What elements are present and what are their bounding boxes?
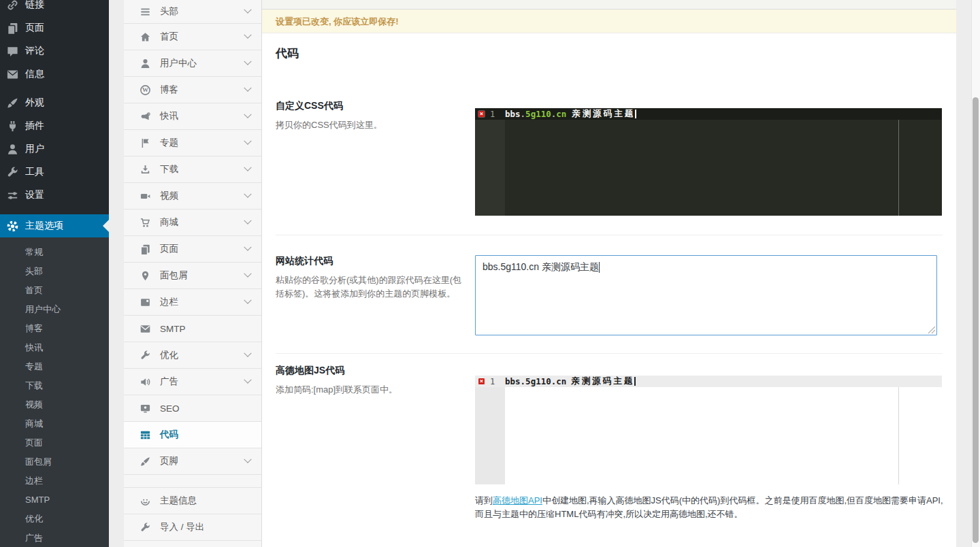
options-nav-item-home[interactable]: 首页 (124, 24, 261, 50)
code-token: 亲测源码主题 (572, 108, 635, 120)
code-line: bbs.5g110.cn亲测源码主题 (505, 108, 636, 120)
help-text: 请到 (475, 495, 493, 505)
options-nav-item-download[interactable]: 下载 (124, 156, 261, 183)
options-nav-item-footer[interactable]: 页脚 (124, 448, 261, 475)
plug-icon (6, 120, 19, 133)
field-description: 拷贝你的CSS代码到这里。 (276, 118, 464, 132)
sidebar-item-plugins[interactable]: 插件 (0, 114, 109, 137)
submenu-item-home[interactable]: 首页 (0, 281, 109, 300)
flag-icon (140, 137, 151, 149)
text-cursor (635, 110, 636, 118)
chevron-down-icon (244, 111, 251, 118)
options-nav-item-blog[interactable]: W 博客 (124, 77, 261, 103)
chevron-down-icon (244, 244, 251, 251)
scrollbar-track[interactable] (971, 0, 980, 547)
sidebar-item-comments[interactable]: 评论 (0, 39, 109, 63)
options-nav-item-news[interactable]: 快讯 (124, 103, 261, 130)
user-icon (6, 143, 19, 156)
help-text: 中创建地图,再输入高德地图JS代码(中的代码)到代码框。之前是使用百度地图,但百… (475, 495, 943, 519)
options-nav-item-optimize[interactable]: 优化 (124, 342, 261, 369)
section-stats-code: 网站统计代码 粘贴你的谷歌分析(或其他)的跟踪代码在这里(包括标签)。这将被添加… (276, 235, 943, 354)
code-token: 5g110 (525, 109, 551, 119)
submenu-item-ads[interactable]: 广告 (0, 529, 109, 547)
submenu-item-smtp[interactable]: SMTP (0, 491, 109, 510)
chevron-down-icon (244, 84, 251, 92)
sidebar-item-appearance[interactable]: 外观 (0, 91, 109, 114)
sidebar-item-label: 插件 (25, 120, 44, 132)
header-strip (262, 0, 956, 10)
submenu-item-user-center[interactable]: 用户中心 (0, 300, 109, 319)
code-line: bbs.5g110.cn亲测源码主题 (505, 376, 636, 387)
error-marker-icon: × (478, 110, 485, 118)
options-nav-item-pages[interactable]: 页面 (124, 236, 261, 263)
sidebar-item-label: 页面 (25, 22, 44, 34)
options-nav-item-breadcrumb[interactable]: 面包屑 (124, 263, 261, 289)
submenu-item-header[interactable]: 头部 (0, 262, 109, 281)
submenu-item-breadcrumb[interactable]: 面包屑 (0, 452, 109, 471)
options-nav-label: 视频 (160, 190, 245, 202)
amap-api-link[interactable]: 高德地图API (493, 495, 542, 505)
map-code-editor[interactable]: × 1 bbs.5g110.cn亲测源码主题 (475, 376, 942, 484)
sidebar-item-users[interactable]: 用户 (0, 137, 109, 161)
submenu-item-optimize[interactable]: 优化 (0, 510, 109, 529)
options-nav-item-shop[interactable]: 商城 (124, 210, 261, 236)
options-nav-item-user-center[interactable]: 用户中心 (124, 50, 261, 77)
sidebar-item-links[interactable]: 链接 (0, 0, 109, 16)
sidebar-item-messages[interactable]: 信息 (0, 63, 109, 86)
options-nav-item-theme-info[interactable]: 主题信息 (124, 488, 261, 514)
sidebar-item-label: 外观 (25, 97, 44, 109)
submenu-item-sidebar[interactable]: 边栏 (0, 471, 109, 491)
options-nav-label: 用户中心 (160, 57, 245, 69)
resize-handle[interactable] (928, 326, 936, 334)
field-label: 自定义CSS代码 (276, 100, 464, 112)
textarea-value: bbs.5g110.cn 亲测源码主题 (483, 261, 599, 274)
submenu-item-download[interactable]: 下载 (0, 376, 109, 395)
css-code-editor[interactable]: × 1 bbs.5g110.cn亲测源码主题 (475, 108, 942, 216)
stats-code-textarea[interactable]: bbs.5g110.cn 亲测源码主题 (475, 255, 937, 335)
chevron-down-icon (244, 31, 251, 39)
sidebar-item-label: 信息 (25, 68, 44, 80)
scrollbar-thumb[interactable] (973, 97, 979, 543)
sidebar-layout-icon (140, 297, 151, 308)
options-nav-item-smtp[interactable]: SMTP (124, 316, 261, 342)
submenu-item-shop[interactable]: 商城 (0, 414, 109, 433)
submenu-item-video[interactable]: 视频 (0, 395, 109, 414)
options-nav-item-topics[interactable]: 专题 (124, 130, 261, 156)
home-icon (140, 31, 151, 43)
chevron-down-icon (244, 376, 251, 384)
options-nav-label: 页面 (160, 243, 245, 255)
options-nav-item-code[interactable]: 代码 (124, 422, 261, 448)
options-nav-item-seo[interactable]: SEO (124, 395, 261, 422)
submenu-item-blog[interactable]: 博客 (0, 319, 109, 338)
sidebar-item-label: 主题选项 (25, 220, 63, 232)
megaphone-icon (140, 111, 151, 122)
main-content: 设置项已改变, 你应该立即保存! 代码 自定义CSS代码 拷贝你的CSS代码到这… (262, 0, 956, 547)
options-nav-item-ads[interactable]: 广告 (124, 369, 261, 395)
pages-icon (6, 22, 19, 35)
column-ruler (898, 120, 899, 216)
options-nav-label: SEO (160, 403, 250, 414)
options-nav-item-header[interactable]: 头部 (124, 0, 261, 24)
unsaved-changes-notice: 设置项已改变, 你应该立即保存! (262, 10, 956, 33)
envelope-icon (6, 68, 19, 81)
options-nav-item-sidebar[interactable]: 边栏 (124, 289, 261, 316)
code-token: . (551, 109, 557, 119)
sidebar-item-pages[interactable]: 页面 (0, 16, 109, 39)
cart-icon (140, 217, 151, 229)
submenu-item-topics[interactable]: 专题 (0, 357, 109, 376)
submenu-item-pages[interactable]: 页面 (0, 433, 109, 452)
code-token: bbs (505, 109, 521, 119)
notice-text: 设置项已改变, 你应该立即保存! (276, 16, 399, 27)
sidebar-item-theme-options[interactable]: 主题选项 (0, 214, 109, 237)
submenu-item-news[interactable]: 快讯 (0, 338, 109, 357)
editor-gutter (475, 387, 505, 484)
options-nav-item-video[interactable]: 视频 (124, 183, 261, 210)
sidebar-item-settings[interactable]: 设置 (0, 184, 109, 207)
editor-gutter (475, 120, 505, 216)
submenu-item-general[interactable]: 常规 (0, 243, 109, 262)
envelope-icon (140, 323, 151, 335)
text-cursor (599, 262, 600, 273)
options-nav-item-import-export[interactable]: 导入 / 导出 (124, 514, 261, 541)
chevron-down-icon (244, 456, 251, 463)
sidebar-item-tools[interactable]: 工具 (0, 161, 109, 184)
